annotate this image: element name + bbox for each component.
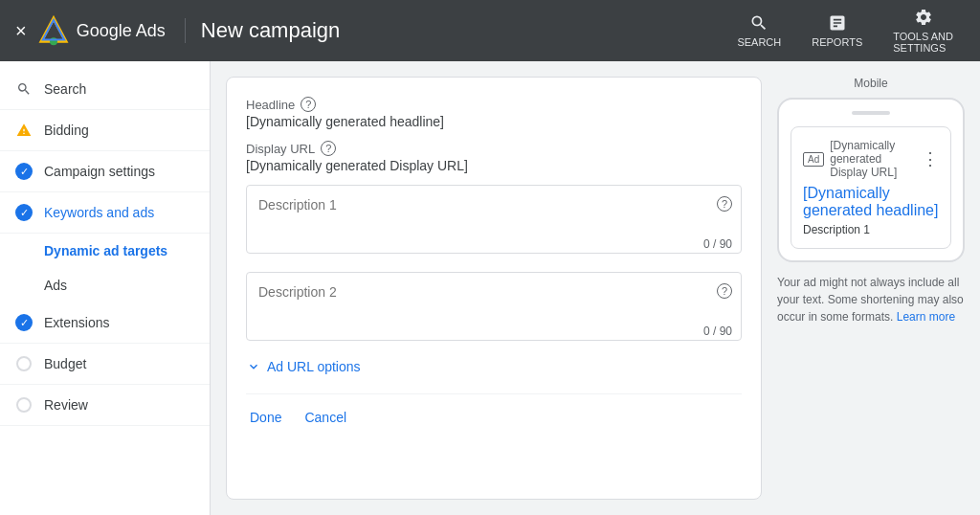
headline-value: [Dynamically generated headline] xyxy=(246,114,742,129)
warning-icon xyxy=(15,122,33,139)
header-title: New campaign xyxy=(185,18,341,43)
headline-label: Headline ? xyxy=(246,97,742,112)
mobile-notch xyxy=(852,111,890,115)
sidebar-item-keywords-label: Keywords and ads xyxy=(44,205,154,220)
empty-circle-icon-review xyxy=(15,396,33,414)
description2-count: 0 / 90 xyxy=(703,325,732,338)
description2-help-icon[interactable]: ? xyxy=(717,283,732,299)
sidebar-item-budget-label: Budget xyxy=(44,356,86,371)
description2-wrapper: ? 0 / 90 xyxy=(246,272,742,344)
sidebar-sub-item-ads[interactable]: Ads xyxy=(44,268,210,302)
content-area: Headline ? [Dynamically generated headli… xyxy=(211,61,980,515)
display-url-label: Display URL ? xyxy=(246,141,742,156)
google-ads-logo-icon xyxy=(38,15,69,46)
sidebar-item-campaign-settings[interactable]: Campaign settings xyxy=(0,151,210,192)
empty-circle-icon-budget xyxy=(15,355,33,372)
description2-input[interactable] xyxy=(246,272,742,341)
mobile-preview: Ad [Dynamically generated Display URL] ⋮… xyxy=(777,98,965,262)
ad-url-options[interactable]: Ad URL options xyxy=(246,359,742,374)
ad-tag: Ad xyxy=(803,152,824,167)
sidebar-item-search[interactable]: Search xyxy=(0,69,210,110)
form-panel: Headline ? [Dynamically generated headli… xyxy=(226,77,762,500)
learn-more-link[interactable]: Learn more xyxy=(897,310,955,324)
checked-circle-icon-campaign xyxy=(15,163,33,180)
sidebar-item-extensions[interactable]: Extensions xyxy=(0,302,210,344)
dynamic-ad-targets-label: Dynamic ad targets xyxy=(44,243,167,258)
tools-action-label: TOOLS ANDSETTINGS xyxy=(893,31,953,54)
close-button[interactable]: × xyxy=(15,20,27,42)
description1-input[interactable] xyxy=(246,185,742,254)
description1-count: 0 / 90 xyxy=(703,237,732,251)
checked-circle-icon-keywords xyxy=(15,204,33,221)
checked-circle-icon-extensions xyxy=(15,314,33,331)
search-action-button[interactable]: SEARCH xyxy=(725,6,792,56)
search-sidebar-icon xyxy=(15,80,33,98)
preview-note: Your ad might not always include all you… xyxy=(777,274,965,325)
ad-url-options-label: Ad URL options xyxy=(267,359,361,374)
ad-preview-inner: Ad [Dynamically generated Display URL] ⋮… xyxy=(791,126,951,249)
sidebar-item-bidding-label: Bidding xyxy=(44,123,89,138)
reports-action-label: REPORTS xyxy=(812,36,862,48)
sidebar-item-review[interactable]: Review xyxy=(0,385,210,426)
search-action-label: SEARCH xyxy=(737,36,781,48)
reports-action-button[interactable]: REPORTS xyxy=(800,6,874,56)
description1-wrapper: ? 0 / 90 xyxy=(246,185,742,257)
display-url-help-icon[interactable]: ? xyxy=(321,141,336,156)
headline-help-icon[interactable]: ? xyxy=(301,97,316,112)
ad-badge: Ad [Dynamically generated Display URL] xyxy=(803,139,922,179)
app-header: × Google Ads New campaign SEARCH REPORTS… xyxy=(0,0,980,61)
ad-headline-preview: [Dynamically generated headline] xyxy=(803,185,939,219)
header-actions: SEARCH REPORTS TOOLS ANDSETTINGS xyxy=(725,0,965,61)
sidebar-sub-item-dynamic-ad-targets[interactable]: Dynamic ad targets xyxy=(44,234,210,268)
preview-panel: Mobile Ad [Dynamically generated Display… xyxy=(777,77,965,500)
sidebar-item-extensions-label: Extensions xyxy=(44,315,109,330)
cancel-button[interactable]: Cancel xyxy=(301,402,350,433)
sidebar-item-bidding[interactable]: Bidding xyxy=(0,110,210,151)
ad-dots-menu[interactable]: ⋮ xyxy=(922,148,939,169)
sidebar-item-review-label: Review xyxy=(44,397,88,413)
sidebar: Search Bidding Campaign settings Keyword… xyxy=(0,61,211,515)
main-layout: Search Bidding Campaign settings Keyword… xyxy=(0,61,980,515)
sidebar-item-search-label: Search xyxy=(44,81,86,97)
main-content: Headline ? [Dynamically generated headli… xyxy=(211,61,980,515)
app-logo: Google Ads xyxy=(38,15,166,46)
tools-action-button[interactable]: TOOLS ANDSETTINGS xyxy=(881,0,965,61)
sidebar-item-campaign-settings-label: Campaign settings xyxy=(44,164,155,179)
svg-point-1 xyxy=(50,37,57,45)
ad-preview-url: [Dynamically generated Display URL] xyxy=(830,139,922,179)
ads-label: Ads xyxy=(44,278,67,293)
mobile-preview-label: Mobile xyxy=(777,77,965,90)
done-button[interactable]: Done xyxy=(246,402,285,433)
chevron-down-icon xyxy=(246,359,261,374)
ad-preview-top: Ad [Dynamically generated Display URL] ⋮ xyxy=(803,139,939,179)
sidebar-item-keywords-and-ads[interactable]: Keywords and ads xyxy=(0,192,210,234)
sidebar-sub-items: Dynamic ad targets Ads xyxy=(0,234,210,302)
form-actions: Done Cancel xyxy=(246,393,742,433)
description1-help-icon[interactable]: ? xyxy=(717,196,732,212)
ad-description-preview: Description 1 xyxy=(803,223,939,236)
display-url-value: [Dynamically generated Display URL] xyxy=(246,158,742,173)
sidebar-item-budget[interactable]: Budget xyxy=(0,344,210,385)
app-name: Google Ads xyxy=(77,21,166,41)
